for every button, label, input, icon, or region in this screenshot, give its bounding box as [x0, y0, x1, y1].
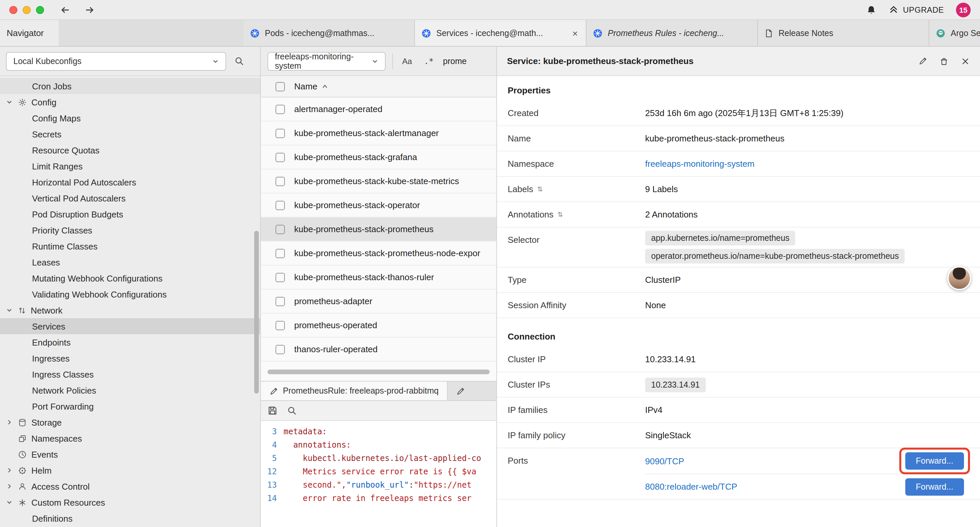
- sidebar-item-events[interactable]: Events: [0, 446, 260, 462]
- table-row-kube-prometheus-stack-operator[interactable]: kube-prometheus-stack-operator: [261, 193, 496, 218]
- sidebar-item-leases[interactable]: Leases: [0, 254, 260, 270]
- table-row-kube-prometheus-stack-grafana[interactable]: kube-prometheus-stack-grafana: [261, 145, 496, 169]
- sidebar-item-horizontal-pod-autoscalers[interactable]: Horizontal Pod Autoscalers: [0, 174, 260, 190]
- sidebar-item-namespaces[interactable]: Namespaces: [0, 430, 260, 446]
- sidebar-item-storage[interactable]: Storage: [0, 414, 260, 430]
- row-checkbox[interactable]: [275, 128, 285, 138]
- sidebar-item-custom-resources[interactable]: Custom Resources: [0, 494, 260, 510]
- sidebar-item-runtime-classes[interactable]: Runtime Classes: [0, 238, 260, 254]
- sidebar-item-ingresses[interactable]: Ingresses: [0, 350, 260, 366]
- sort-arrows-icon[interactable]: ⇅: [538, 185, 543, 193]
- close-window-button[interactable]: [10, 6, 18, 14]
- kubeconfig-select[interactable]: Local Kubeconfigs: [6, 52, 226, 70]
- chevron-right-icon[interactable]: [5, 483, 13, 490]
- app-window: UPGRADE 15 Navigator Pods - icecheng@mat…: [0, 0, 980, 527]
- row-checkbox[interactable]: [275, 272, 285, 282]
- row-checkbox[interactable]: [275, 201, 285, 210]
- minimize-window-button[interactable]: [23, 6, 31, 14]
- sidebar-item-network[interactable]: Network: [0, 302, 260, 318]
- namespace-select[interactable]: freeleaps-monitoring-system: [267, 52, 386, 70]
- name-column-header[interactable]: Name: [294, 81, 328, 91]
- sidebar-item-helm[interactable]: Helm: [0, 462, 260, 478]
- forward-icon[interactable]: [84, 4, 95, 15]
- port-link-8080-reloader-web-tcp[interactable]: 8080:reloader-web/TCP: [645, 482, 737, 492]
- row-checkbox[interactable]: [275, 104, 285, 114]
- row-checkbox[interactable]: [275, 296, 285, 306]
- chevron-down-icon[interactable]: [5, 307, 13, 314]
- sidebar-item-vertical-pod-autoscalers[interactable]: Vertical Pod Autoscalers: [0, 190, 260, 206]
- match-case-toggle[interactable]: Aa: [399, 55, 415, 67]
- chevron-right-icon[interactable]: [5, 419, 13, 426]
- table-row-kube-prometheus-stack-kube-state-metrics[interactable]: kube-prometheus-stack-kube-state-metrics: [261, 169, 496, 193]
- row-checkbox[interactable]: [275, 248, 285, 258]
- upgrade-button[interactable]: UPGRADE: [888, 5, 944, 15]
- tab-argo-se[interactable]: Argo Se: [929, 20, 980, 46]
- sort-arrows-icon[interactable]: ⇅: [557, 211, 563, 218]
- back-icon[interactable]: [60, 4, 71, 15]
- tab-release-notes[interactable]: Release Notes: [758, 20, 929, 46]
- notification-count-badge[interactable]: 15: [956, 2, 970, 17]
- sidebar-search-icon[interactable]: [234, 56, 244, 66]
- row-checkbox[interactable]: [275, 320, 285, 330]
- edit-icon[interactable]: [919, 57, 927, 65]
- sidebar-item-validating-webhook-configurations[interactable]: Validating Webhook Configurations: [0, 286, 260, 302]
- sidebar-item-label: Leases: [32, 257, 60, 267]
- search-input[interactable]: [443, 56, 490, 66]
- editor-search-icon[interactable]: [287, 406, 297, 416]
- user-avatar[interactable]: [947, 266, 971, 290]
- sidebar-item-port-forwarding[interactable]: Port Forwarding: [0, 398, 260, 414]
- sidebar-item-ingress-classes[interactable]: Ingress Classes: [0, 366, 260, 382]
- row-checkbox[interactable]: [275, 345, 285, 354]
- sidebar-item-cron-jobs[interactable]: Cron Jobs: [0, 78, 260, 94]
- sidebar-item-mutating-webhook-configurations[interactable]: Mutating Webhook Configurations: [0, 270, 260, 286]
- sidebar-scrollbar[interactable]: [254, 231, 259, 393]
- delete-icon[interactable]: [939, 56, 949, 66]
- row-checkbox[interactable]: [275, 224, 285, 234]
- yaml-editor[interactable]: 3metadata:4 annotations:5 kubectl.kubern…: [261, 421, 496, 527]
- port-link-9090-tcp[interactable]: 9090/TCP: [645, 456, 684, 466]
- sidebar-item-secrets[interactable]: Secrets: [0, 126, 260, 142]
- forward-button-2[interactable]: Forward...: [905, 478, 964, 495]
- sidebar-item-network-policies[interactable]: Network Policies: [0, 382, 260, 398]
- sidebar-item-endpoints[interactable]: Endpoints: [0, 334, 260, 350]
- sidebar-item-config[interactable]: Config: [0, 94, 260, 110]
- tab-services-icecheng-math[interactable]: Services - icecheng@math...×: [415, 20, 586, 46]
- dock-tab-partial-1[interactable]: [448, 382, 496, 400]
- sidebar-item-access-control[interactable]: Access Control: [0, 478, 260, 494]
- chevron-down-icon[interactable]: [5, 99, 13, 105]
- table-row-prometheus-adapter[interactable]: prometheus-adapter: [261, 290, 496, 314]
- table-row-kube-prometheus-stack-prometheus-node-expor[interactable]: kube-prometheus-stack-prometheus-node-ex…: [261, 242, 496, 266]
- sidebar-item-definitions[interactable]: Definitions: [0, 510, 260, 526]
- tab-prometheus-rules-icecheng[interactable]: Prometheus Rules - icecheng...: [586, 20, 758, 46]
- sidebar-item-services[interactable]: Services: [0, 318, 260, 334]
- link-freeleaps-monitoring-system[interactable]: freeleaps-monitoring-system: [645, 159, 754, 169]
- row-checkbox[interactable]: [275, 153, 285, 162]
- sidebar-item-resource-quotas[interactable]: Resource Quotas: [0, 142, 260, 158]
- save-icon[interactable]: [267, 406, 277, 416]
- notifications-bell-icon[interactable]: [865, 4, 876, 15]
- table-row-prometheus-operated[interactable]: prometheus-operated: [261, 314, 496, 338]
- table-row-thanos-ruler-operated[interactable]: thanos-ruler-operated: [261, 338, 496, 361]
- horizontal-scrollbar[interactable]: [267, 369, 490, 374]
- row-checkbox[interactable]: [275, 177, 285, 186]
- tab-close-icon[interactable]: ×: [571, 28, 579, 38]
- close-icon[interactable]: [961, 56, 970, 66]
- maximize-window-button[interactable]: [36, 6, 44, 14]
- detail-label-text: Created: [508, 108, 539, 118]
- dock-tab-prometheusrule-freeleaps-prod-rabbitmq[interactable]: PrometheusRule: freeleaps-prod-rabbitmq: [261, 382, 448, 400]
- select-all-checkbox[interactable]: [275, 82, 285, 91]
- sidebar-item-config-maps[interactable]: Config Maps: [0, 110, 260, 126]
- forward-button-1[interactable]: Forward...: [905, 452, 964, 470]
- sidebar-item-pod-disruption-budgets[interactable]: Pod Disruption Budgets: [0, 206, 260, 222]
- chevron-right-icon[interactable]: [5, 467, 13, 474]
- regex-toggle[interactable]: .*: [421, 55, 436, 67]
- chevron-down-icon[interactable]: [5, 499, 13, 506]
- table-row-kube-prometheus-stack-thanos-ruler[interactable]: kube-prometheus-stack-thanos-ruler: [261, 266, 496, 290]
- tab-pods-icecheng-mathmas[interactable]: Pods - icecheng@mathmas...: [243, 20, 415, 46]
- table-row-kube-prometheus-stack-alertmanager[interactable]: kube-prometheus-stack-alertmanager: [261, 121, 496, 145]
- sidebar-item-priority-classes[interactable]: Priority Classes: [0, 222, 260, 238]
- sidebar-item-limit-ranges[interactable]: Limit Ranges: [0, 158, 260, 174]
- table-row-kube-prometheus-stack-prometheus[interactable]: kube-prometheus-stack-prometheus: [261, 218, 496, 242]
- table-row-alertmanager-operated[interactable]: alertmanager-operated: [261, 97, 496, 121]
- name-column-label: Name: [294, 81, 317, 91]
